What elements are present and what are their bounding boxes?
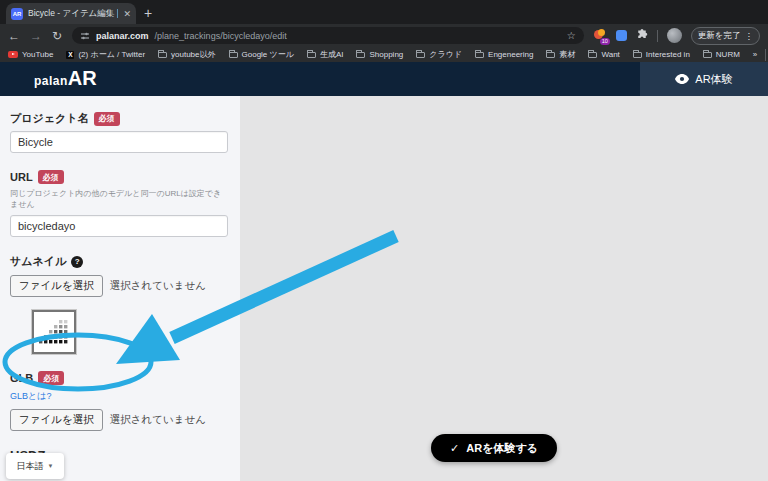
- folder-icon: [307, 52, 316, 58]
- folder-icon: [588, 52, 597, 58]
- main-content-area: [240, 96, 768, 481]
- ar-preview-label: AR体験: [695, 72, 732, 87]
- bookmark-folder[interactable]: Shopping: [356, 50, 403, 59]
- language-selector[interactable]: 日本語 ▼: [6, 453, 64, 479]
- glb-whatis-link[interactable]: GLBとは?: [10, 390, 51, 403]
- url-host: palanar.com: [96, 31, 149, 41]
- url-path: /plane_trackings/bicycledayo/edit: [155, 31, 287, 41]
- language-label: 日本語: [17, 460, 44, 473]
- bookmarks-right-group: » すべてのブックマーク: [753, 49, 768, 61]
- bookmarks-bar: YouTube X(2) ホーム / Twitter youtube以外 Goo…: [0, 47, 768, 62]
- back-icon[interactable]: ←: [8, 30, 20, 42]
- bookmark-folder[interactable]: Engeneering: [475, 50, 533, 59]
- project-name-label: プロジェクト名 必須: [10, 111, 228, 126]
- folder-icon: [546, 52, 555, 58]
- bookmark-folder[interactable]: Want: [588, 50, 619, 59]
- profile-avatar[interactable]: [667, 28, 682, 43]
- site-info-icon[interactable]: [80, 31, 90, 41]
- extension-blob: [598, 29, 605, 36]
- thumbnail-label: サムネイル ?: [10, 254, 228, 269]
- thumbnail-file-select-button[interactable]: ファイルを選択: [10, 275, 103, 297]
- thumbnail-no-file-text: 選択されていません: [110, 279, 206, 293]
- glb-field: GLB 必須 GLBとは? ファイルを選択 選択されていません: [10, 371, 228, 431]
- youtube-icon: [8, 51, 18, 58]
- bookmark-folder[interactable]: Google ツール: [229, 49, 294, 60]
- folder-icon: [475, 52, 484, 58]
- glb-label: GLB 必須: [10, 371, 228, 385]
- x-twitter-icon: X: [66, 51, 74, 59]
- project-name-field: プロジェクト名 必須: [10, 111, 228, 153]
- thumbnail-file-row: ファイルを選択 選択されていません: [10, 275, 228, 297]
- tab-close-icon[interactable]: ✕: [123, 9, 131, 19]
- folder-icon: [416, 52, 425, 58]
- folder-icon: [703, 52, 712, 58]
- required-badge: 必須: [38, 371, 64, 385]
- folder-icon: [229, 52, 238, 58]
- extension-icon[interactable]: 10: [594, 29, 607, 42]
- url-help-text: 同じプロジェクト内の他のモデルと同一のURLは設定できません: [10, 188, 228, 210]
- extension-area: 10 更新を完了 ⋮: [594, 27, 760, 45]
- bookmark-folder[interactable]: 素材: [546, 49, 575, 60]
- address-bar[interactable]: palanar.com/plane_trackings/bicycledayo/…: [72, 27, 584, 44]
- bookmarks-divider: [765, 49, 766, 61]
- forward-icon[interactable]: →: [30, 30, 42, 42]
- ar-try-button[interactable]: ✓ ARを体験する: [431, 434, 557, 462]
- chrome-update-button[interactable]: 更新を完了 ⋮: [691, 27, 760, 45]
- bookmark-folder[interactable]: クラウド: [416, 49, 462, 60]
- menu-dots-icon[interactable]: ⋮: [745, 31, 754, 41]
- url-field: URL 必須 同じプロジェクト内の他のモデルと同一のURLは設定できません: [10, 170, 228, 237]
- new-tab-button[interactable]: +: [144, 4, 152, 22]
- glb-file-row: ファイルを選択 選択されていません: [10, 409, 228, 431]
- extension-icon[interactable]: [616, 30, 627, 41]
- project-name-input[interactable]: [10, 131, 228, 153]
- update-label: 更新を完了: [698, 30, 741, 42]
- extensions-puzzle-icon[interactable]: [636, 27, 648, 45]
- bookmark-youtube[interactable]: YouTube: [8, 50, 53, 59]
- eye-icon: [675, 74, 689, 84]
- bookmark-folder[interactable]: 生成AI: [307, 49, 344, 60]
- bookmark-folder[interactable]: NURM: [703, 50, 740, 59]
- reload-icon[interactable]: ↻: [52, 30, 62, 42]
- url-label: URL 必須: [10, 170, 228, 184]
- required-badge: 必須: [94, 112, 120, 126]
- edit-form-panel: プロジェクト名 必須 URL 必須 同じプロジェクト内の他のモデルと同一のURL…: [0, 96, 240, 481]
- folder-icon: [356, 52, 365, 58]
- tab-title: Bicycle - アイテム編集 | palanA: [28, 8, 118, 20]
- check-icon: ✓: [450, 442, 459, 455]
- ar-try-label: ARを体験する: [466, 441, 538, 456]
- browser-toolbar: ← → ↻ palanar.com/plane_trackings/bicycl…: [0, 24, 768, 47]
- url-input[interactable]: [10, 215, 228, 237]
- toolbar-divider: [657, 30, 658, 42]
- help-question-icon[interactable]: ?: [71, 256, 83, 268]
- bookmark-folder[interactable]: youtube以外: [158, 49, 215, 60]
- bookmarks-overflow-chevron[interactable]: »: [753, 50, 757, 59]
- palanar-logo[interactable]: palanAR: [34, 67, 97, 90]
- chevron-down-icon: ▼: [48, 463, 54, 469]
- browser-tab[interactable]: AR Bicycle - アイテム編集 | palanA ✕: [6, 3, 136, 24]
- site-favicon-icon: AR: [11, 8, 23, 20]
- bookmark-twitter[interactable]: X(2) ホーム / Twitter: [66, 49, 145, 60]
- extension-badge: 10: [600, 38, 610, 45]
- glb-file-select-button[interactable]: ファイルを選択: [10, 409, 103, 431]
- thumbnail-field: サムネイル ? ファイルを選択 選択されていません: [10, 254, 228, 354]
- thumbnail-preview-image: [32, 310, 76, 354]
- required-badge: 必須: [38, 170, 64, 184]
- bookmark-folder[interactable]: Interested in: [633, 50, 690, 59]
- folder-icon: [158, 52, 167, 58]
- site-header: palanAR AR体験: [0, 62, 768, 96]
- folder-icon: [633, 52, 642, 58]
- browser-tab-strip: AR Bicycle - アイテム編集 | palanA ✕ +: [0, 0, 768, 24]
- glb-no-file-text: 選択されていません: [110, 413, 206, 427]
- bookmark-star-icon[interactable]: ☆: [567, 30, 576, 41]
- ar-preview-button[interactable]: AR体験: [640, 62, 768, 96]
